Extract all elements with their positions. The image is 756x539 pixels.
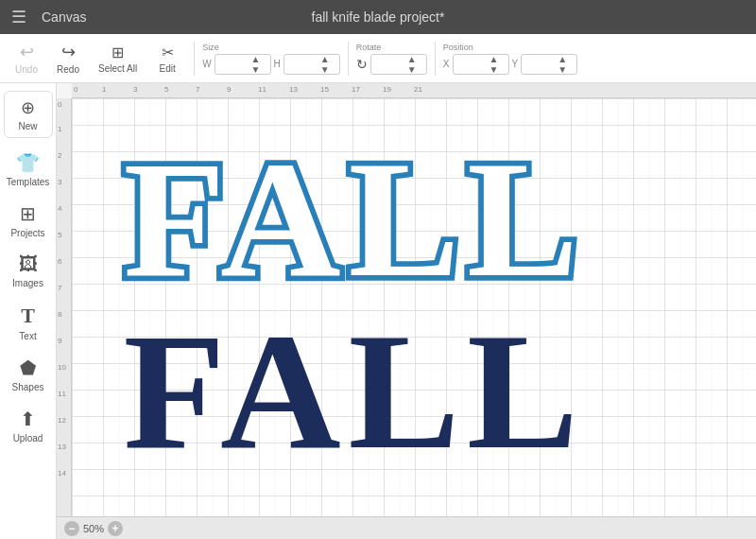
height-input[interactable]: ▲ ▼ — [284, 54, 340, 75]
ruler-mark-v-0: 0 — [58, 100, 61, 109]
fall-outline-svg: FALL — [114, 115, 729, 300]
y-down-btn[interactable]: ▼ — [556, 64, 569, 75]
sidebar-item-projects[interactable]: ⊞ Projects — [4, 197, 53, 244]
text-icon: T — [21, 304, 35, 328]
ruler-mark-1: 1 — [102, 85, 106, 94]
upload-icon: ⬆ — [20, 408, 36, 430]
ruler-mark-v-9: 9 — [58, 337, 61, 345]
x-input[interactable]: ▲ ▼ — [453, 54, 509, 75]
ruler-left: 0 1 2 3 4 5 6 7 8 9 10 11 12 13 14 — [57, 98, 72, 516]
undo-button[interactable]: ↩ Undo — [8, 38, 45, 78]
x-label: X — [443, 59, 450, 69]
x-up-btn[interactable]: ▲ — [488, 54, 501, 64]
sidebar-item-text[interactable]: T Text — [4, 298, 53, 347]
ruler-mark-v-12: 12 — [58, 416, 66, 425]
x-down-btn[interactable]: ▼ — [488, 64, 501, 75]
images-icon: 🖼 — [19, 253, 38, 275]
height-value[interactable] — [288, 59, 318, 70]
fall-solid-svg: FALL — [114, 287, 729, 472]
templates-icon: 👕 — [16, 151, 40, 174]
rotate-icon: ↻ — [356, 57, 368, 72]
ruler-mark-v-7: 7 — [58, 284, 61, 292]
ruler-mark-v-1: 1 — [58, 125, 61, 133]
ruler-mark-9: 9 — [227, 85, 231, 94]
y-value[interactable] — [525, 59, 556, 70]
ruler-mark-v-2: 2 — [58, 151, 61, 160]
bottombar: − 50% + — [57, 516, 756, 539]
topbar: ☰ Canvas fall knife blade project* — [0, 0, 756, 34]
ruler-mark-v-14: 14 — [58, 469, 66, 478]
redo-button[interactable]: ↪ Redo — [49, 38, 87, 78]
y-label: Y — [512, 59, 519, 69]
toolbar: ↩ Undo ↪ Redo ⊞ Select All ✂ Edit Size W… — [0, 34, 756, 83]
ruler-top: 0 1 3 5 7 9 11 13 15 17 19 21 — [72, 83, 756, 98]
ruler-mark-v-3: 3 — [58, 178, 61, 186]
projects-icon: ⊞ — [20, 202, 36, 225]
canvas-area[interactable]: 0 1 3 5 7 9 11 13 15 17 19 21 0 1 2 3 4 … — [57, 83, 756, 539]
rotate-field: Rotate ↻ ▲ ▼ — [356, 43, 427, 75]
h-label: H — [274, 59, 281, 69]
ruler-mark-19: 19 — [383, 85, 391, 94]
ruler-mark-v-10: 10 — [58, 363, 66, 372]
zoom-out-button[interactable]: − — [64, 521, 79, 536]
height-up-btn[interactable]: ▲ — [318, 54, 332, 64]
redo-icon: ↪ — [61, 42, 76, 62]
ruler-mark-v-8: 8 — [58, 310, 61, 319]
ruler-mark-v-6: 6 — [58, 257, 61, 266]
sidebar-item-shapes[interactable]: ⬟ Shapes — [4, 351, 53, 398]
width-value[interactable] — [219, 59, 249, 70]
ruler-mark-21: 21 — [414, 85, 422, 94]
svg-text:FALL: FALL — [123, 298, 585, 472]
width-down-btn[interactable]: ▼ — [249, 64, 263, 75]
x-value[interactable] — [457, 59, 488, 70]
ruler-mark-11: 11 — [258, 85, 266, 94]
ruler-mark-15: 15 — [320, 85, 329, 94]
ruler-mark-v-13: 13 — [58, 443, 66, 451]
width-up-btn[interactable]: ▲ — [249, 54, 263, 64]
y-input[interactable]: ▲ ▼ — [521, 54, 577, 75]
sidebar-item-upload[interactable]: ⬆ Upload — [4, 402, 53, 449]
rotate-down-btn[interactable]: ▼ — [405, 64, 419, 75]
rotate-up-btn[interactable]: ▲ — [405, 54, 419, 64]
project-title: fall knife blade project* — [312, 9, 445, 25]
ruler-mark-3: 3 — [133, 85, 137, 94]
svg-text:FALL: FALL — [123, 126, 585, 300]
ruler-mark-13: 13 — [289, 85, 298, 94]
select-all-icon: ⊞ — [112, 43, 124, 61]
undo-icon: ↩ — [20, 42, 34, 62]
rotate-input[interactable]: ▲ ▼ — [370, 54, 427, 75]
canvas-content[interactable]: FALL FALL — [72, 98, 756, 516]
ruler-mark-v-4: 4 — [58, 204, 61, 213]
sidebar-item-templates[interactable]: 👕 Templates — [4, 146, 53, 193]
separator-1 — [194, 42, 195, 76]
canvas-label: Canvas — [42, 9, 86, 25]
zoom-level: 50% — [83, 523, 104, 534]
ruler-mark-v-5: 5 — [58, 231, 61, 239]
ruler-mark-7: 7 — [196, 85, 199, 94]
edit-button[interactable]: ✂ Edit — [148, 40, 186, 78]
select-all-button[interactable]: ⊞ Select All — [91, 40, 145, 78]
w-label: W — [202, 59, 211, 69]
separator-3 — [435, 42, 436, 76]
ruler-mark-v-11: 11 — [58, 390, 66, 398]
sidebar-item-new[interactable]: ⊕ New — [4, 91, 53, 138]
ruler-mark-0: 0 — [74, 85, 77, 94]
separator-2 — [348, 42, 349, 76]
position-field: Position X ▲ ▼ Y ▲ ▼ — [443, 43, 577, 75]
main-area: ⊕ New 👕 Templates ⊞ Projects 🖼 Images T … — [0, 83, 756, 539]
y-up-btn[interactable]: ▲ — [556, 54, 569, 64]
size-field: Size W ▲ ▼ H ▲ ▼ — [202, 43, 340, 75]
zoom-in-button[interactable]: + — [108, 521, 123, 536]
sidebar-item-images[interactable]: 🖼 Images — [4, 248, 53, 294]
rotate-value[interactable] — [375, 59, 405, 70]
height-down-btn[interactable]: ▼ — [318, 64, 332, 75]
ruler-mark-17: 17 — [352, 85, 360, 94]
sidebar: ⊕ New 👕 Templates ⊞ Projects 🖼 Images T … — [0, 83, 57, 539]
menu-icon[interactable]: ☰ — [11, 7, 26, 27]
plus-icon: ⊕ — [21, 97, 35, 118]
width-input[interactable]: ▲ ▼ — [215, 54, 271, 75]
edit-icon: ✂ — [162, 43, 174, 61]
fall-outline-text: FALL — [95, 115, 747, 300]
fall-solid-text: FALL — [95, 287, 747, 472]
shapes-icon: ⬟ — [20, 356, 36, 379]
